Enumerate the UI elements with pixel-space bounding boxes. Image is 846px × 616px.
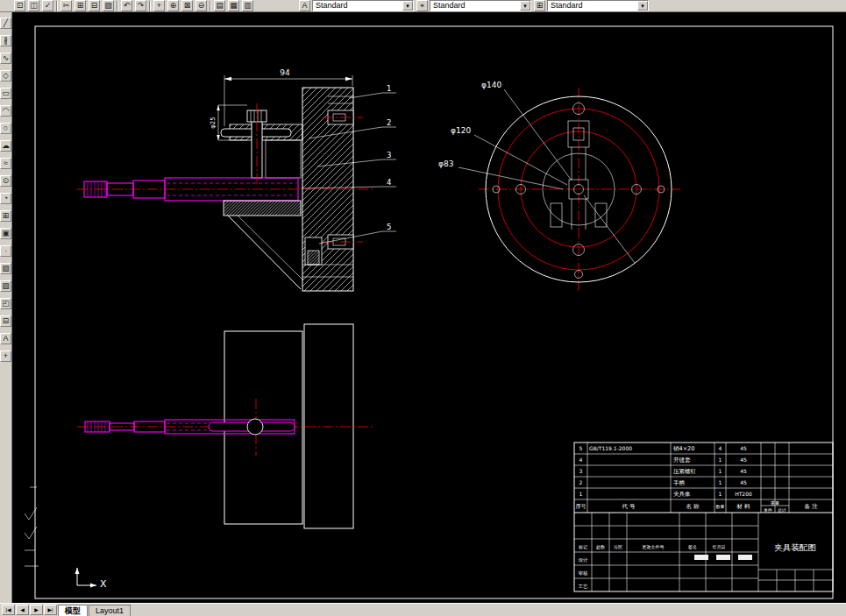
rev-zone: 分区 [614, 544, 622, 549]
move-icon[interactable]: + [0, 350, 11, 362]
bottom-view [77, 324, 375, 528]
multiline-text-icon[interactable]: A [0, 333, 11, 344]
row-qty: 1 [719, 479, 722, 485]
line-icon[interactable]: ╱ [0, 18, 11, 29]
rectangle-icon[interactable]: ▭ [0, 88, 11, 99]
role-design: 设计 [579, 557, 589, 563]
row-qty: 4 [719, 445, 722, 451]
dim-style-value: Standard [430, 1, 520, 11]
circle-icon[interactable]: ○ [0, 123, 11, 134]
dim-style-combo[interactable]: Standard ▼ [430, 0, 531, 11]
rev-count: 处数 [596, 544, 605, 550]
row-no: 4 [579, 457, 583, 463]
header-remark: 备 注 [804, 503, 818, 510]
header-material: 材 料 [736, 503, 750, 510]
paste-icon[interactable]: ⊟ [89, 0, 100, 11]
tool-palettes-icon[interactable]: ▥ [242, 0, 253, 11]
revision-cloud-icon[interactable]: ☁ [0, 140, 11, 152]
polygon-icon[interactable]: ◇ [0, 70, 11, 81]
table-style-combo[interactable]: Standard ▼ [547, 0, 649, 11]
chevron-down-icon[interactable]: ▼ [637, 1, 648, 11]
drawing-canvas[interactable]: 94 φ25 1 2 3 [12, 12, 846, 603]
dia-120-label: φ120 [451, 126, 471, 135]
table-style-icon[interactable]: ⊞ [534, 0, 545, 11]
row-material: 45 [740, 457, 747, 463]
split-sleeve-lower [224, 201, 301, 216]
row-name: 夹具体 [673, 491, 691, 498]
header-name: 名 称 [686, 503, 700, 510]
text-style-combo[interactable]: Standard ▼ [312, 0, 414, 11]
ellipse-icon[interactable]: ⊙ [0, 175, 11, 187]
first-tab-button[interactable]: |◀ [2, 605, 15, 615]
header-qty: 数量 [716, 504, 725, 509]
drawing-sheet: 94 φ25 1 2 3 [12, 12, 846, 603]
drawing-title: 夹具装配图 [774, 542, 816, 552]
row-qty: 1 [719, 491, 722, 497]
row-no: 2 [579, 479, 583, 485]
last-tab-button[interactable]: ▶| [44, 605, 57, 615]
dim-94-text: 94 [280, 68, 290, 77]
print-icon[interactable]: ⊡ [14, 0, 25, 11]
tab-model[interactable]: 模型 [58, 605, 88, 616]
properties-icon[interactable]: ▤ [214, 0, 225, 11]
cut-icon[interactable]: ✂ [60, 0, 72, 11]
chevron-down-icon[interactable]: ▼ [402, 1, 413, 11]
rev-mark: 标记 [578, 544, 587, 550]
region-icon[interactable]: ◰ [0, 298, 11, 309]
make-block-icon[interactable]: ▣ [0, 228, 11, 239]
pan-icon[interactable]: + [153, 0, 165, 11]
role-process: 工艺 [579, 584, 589, 589]
row-qty: 1 [719, 457, 722, 463]
redo-icon[interactable]: ↷ [135, 0, 146, 11]
title-block: 序号 代 号 名 称 数量 材 料 重量 单件 总计 备 注 5 GB/T119… [574, 443, 833, 591]
table-style-group: ⊞ Standard ▼ [534, 0, 649, 11]
dim-side-text: φ25 [210, 117, 217, 129]
row-qty: 1 [719, 468, 722, 474]
header-code: 代 号 [621, 503, 636, 510]
dia-140-label: φ140 [481, 81, 501, 89]
balloon-1: 1 [387, 84, 391, 93]
table-icon[interactable]: ⊟ [0, 315, 11, 327]
balloon-2: 2 [387, 118, 391, 127]
chevron-down-icon[interactable]: ▼ [520, 1, 530, 11]
copy-icon[interactable]: ⊞ [75, 0, 86, 11]
gradient-icon[interactable]: ▧ [0, 280, 11, 292]
print-preview-icon[interactable]: ◫ [28, 0, 39, 11]
next-tab-button[interactable]: ▶ [30, 605, 43, 615]
row-material: 45 [740, 445, 747, 451]
ellipse-arc-icon[interactable]: ◔ [0, 193, 11, 204]
spelling-icon[interactable]: ✓ [42, 0, 53, 11]
balloon-4: 4 [387, 178, 391, 187]
match-properties-icon[interactable]: ▨ [103, 0, 114, 11]
dia-83-label: φ83 [438, 159, 453, 168]
placeholder-dash [716, 555, 730, 560]
arc-icon[interactable]: ◠ [0, 105, 11, 117]
zoom-window-icon[interactable]: ⊠ [181, 0, 193, 11]
point-icon[interactable]: ∙ [0, 245, 11, 257]
zoom-realtime-icon[interactable]: ⊕ [167, 0, 179, 11]
text-style-icon[interactable]: A [299, 0, 310, 11]
designcenter-icon[interactable]: ▦ [228, 0, 239, 11]
polyline-icon[interactable]: ∿ [0, 53, 11, 64]
text-style-value: Standard [313, 1, 402, 11]
insert-block-icon[interactable]: ⊞ [0, 210, 11, 222]
dim-style-icon[interactable]: ⌖ [416, 0, 428, 11]
split-sleeve-upper [266, 140, 301, 178]
construction-line-icon[interactable]: ∦ [0, 35, 11, 46]
rev-doc-no: 更改文件号 [643, 544, 665, 549]
row-no: 5 [579, 445, 583, 451]
row-material: 45 [740, 479, 747, 485]
undo-icon[interactable]: ↶ [121, 0, 132, 11]
prev-tab-button[interactable]: ◀ [16, 605, 29, 615]
tab-layout1[interactable]: Layout1 [89, 605, 131, 616]
toolbar-separator [149, 1, 151, 11]
placeholder-dash [738, 555, 752, 560]
zoom-previous-icon[interactable]: ⊖ [196, 0, 207, 11]
section-view: 94 φ25 1 2 3 [77, 68, 396, 291]
hatch-icon[interactable]: ▨ [0, 263, 11, 274]
row-material: 45 [740, 468, 747, 474]
row-material: HT200 [735, 491, 752, 497]
flange-outline [304, 324, 353, 528]
spline-icon[interactable]: ≈ [0, 158, 11, 169]
diameter-labels: φ140 φ120 φ83 [438, 81, 572, 189]
